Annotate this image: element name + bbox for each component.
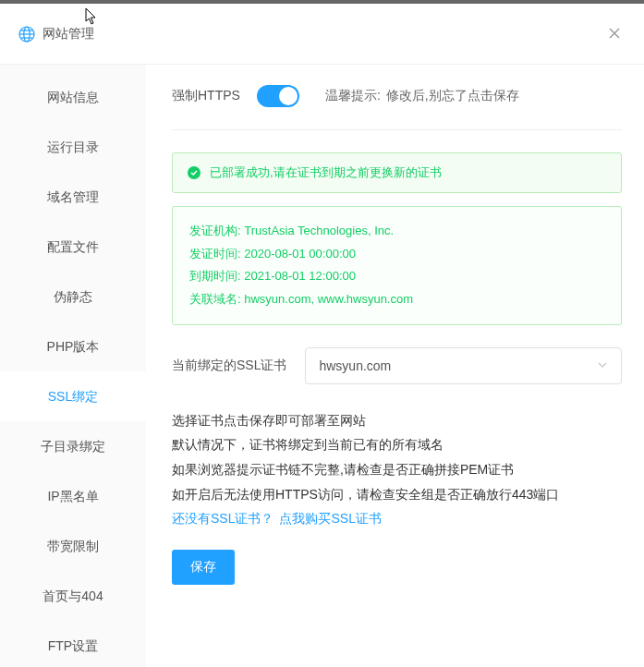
content-panel: 强制HTTPS 温馨提示: 修改后,别忘了点击保存 已部署成功,请在证书到期之前… <box>146 65 644 667</box>
bound-cert-label: 当前绑定的SSL证书 <box>172 358 286 374</box>
svg-point-7 <box>188 166 200 179</box>
cert-select[interactable]: hwsyun.com <box>305 347 622 384</box>
close-icon[interactable] <box>603 20 626 47</box>
modal-header: 网站管理 <box>0 4 644 65</box>
sidebar-item-subdir[interactable]: 子目录绑定 <box>0 421 146 471</box>
sidebar-item-rewrite[interactable]: 伪静态 <box>0 272 146 321</box>
sidebar-item-config[interactable]: 配置文件 <box>0 222 146 272</box>
sidebar-item-bandwidth[interactable]: 带宽限制 <box>0 521 146 571</box>
success-alert-text: 已部署成功,请在证书到期之前更换新的证书 <box>210 164 442 181</box>
check-circle-icon <box>188 166 200 179</box>
cert-info-box: 发证机构: TrustAsia Technologies, Inc. 发证时间:… <box>172 206 622 325</box>
sidebar-item-ftp[interactable]: FTP设置 <box>0 621 146 667</box>
globe-icon <box>18 26 35 42</box>
sidebar-item-php[interactable]: PHP版本 <box>0 321 146 371</box>
sidebar-item-404[interactable]: 首页与404 <box>0 571 146 621</box>
description-block: 选择证书点击保存即可部署至网站 默认情况下，证书将绑定到当前已有的所有域名 如果… <box>172 408 622 531</box>
success-alert: 已部署成功,请在证书到期之前更换新的证书 <box>172 152 622 193</box>
sidebar-item-ssl[interactable]: SSL绑定 <box>0 371 146 421</box>
buy-ssl-link[interactable]: 点我购买SSL证书 <box>279 511 381 526</box>
save-button[interactable]: 保存 <box>172 550 235 585</box>
modal-title: 网站管理 <box>43 26 94 42</box>
sidebar-item-site-info[interactable]: 网站信息 <box>0 72 146 122</box>
force-https-label: 强制HTTPS <box>172 88 240 104</box>
sidebar-item-run-dir[interactable]: 运行目录 <box>0 122 146 172</box>
sidebar-item-ip-blacklist[interactable]: IP黑名单 <box>0 471 146 521</box>
force-https-toggle[interactable] <box>257 85 299 107</box>
sidebar: 网站信息 运行目录 域名管理 配置文件 伪静态 PHP版本 SSL绑定 子目录绑… <box>0 65 146 667</box>
chevron-down-icon <box>597 358 608 373</box>
cert-select-value: hwsyun.com <box>319 358 391 373</box>
sidebar-item-domain[interactable]: 域名管理 <box>0 172 146 222</box>
tip-text: 温馨提示: 修改后,别忘了点击保存 <box>325 88 519 104</box>
